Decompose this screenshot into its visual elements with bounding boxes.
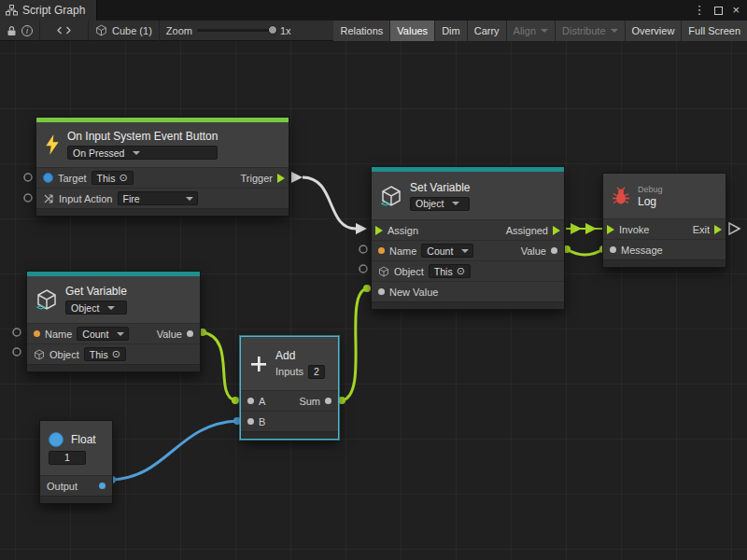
zoom-label: Zoom <box>166 25 192 36</box>
wire-endpoint <box>338 397 345 404</box>
exit-output-port[interactable] <box>714 225 722 234</box>
port-label-value: Value <box>157 329 182 340</box>
toolbar-button-carry[interactable]: Carry <box>468 21 507 41</box>
variable-name-dropdown[interactable]: Count <box>421 244 473 258</box>
connection-float-addB[interactable] <box>112 421 237 480</box>
event-mode-dropdown[interactable]: On Pressed <box>67 146 218 160</box>
lock-icon[interactable] <box>7 25 17 36</box>
wire-endpoint <box>363 285 371 292</box>
cube-icon <box>95 24 107 36</box>
chevron-down-icon <box>452 202 459 205</box>
menu-icon[interactable]: ⋮ <box>693 0 705 21</box>
context-target-label[interactable]: Cube (1) <box>112 25 152 36</box>
toolbar-button-values[interactable]: Values <box>390 21 435 41</box>
info-icon[interactable]: i <box>21 25 33 36</box>
toolbar-button-relations[interactable]: Relations <box>333 21 390 41</box>
bug-icon <box>612 187 630 205</box>
new-value-input-port[interactable] <box>378 288 385 295</box>
maximize-icon[interactable] <box>714 7 723 15</box>
node-footer <box>27 364 200 371</box>
node-add[interactable]: Add Inputs 2 A Sum <box>240 336 339 440</box>
message-input-port[interactable] <box>610 246 616 253</box>
connection-trigger-assign[interactable] <box>303 177 356 229</box>
trigger-output-port[interactable] <box>277 174 285 183</box>
variable-name-dropdown[interactable]: Count <box>77 327 129 341</box>
port-label-assigned: Assigned <box>506 225 548 236</box>
target-object-chip[interactable]: This⊙ <box>92 171 134 185</box>
a-input-port[interactable] <box>247 398 254 404</box>
unconnected-port[interactable] <box>24 194 32 202</box>
toolbar-button-distribute[interactable]: Distribute <box>556 21 625 41</box>
toolbar-button-fullscreen[interactable]: Full Screen <box>682 21 747 41</box>
node-float[interactable]: Float 1 Output <box>39 420 113 504</box>
connection-getvalue-addA[interactable] <box>203 332 235 400</box>
port-label-object: Object <box>394 266 424 277</box>
chevron-down-icon <box>133 151 140 155</box>
object-chip[interactable]: This⊙ <box>429 264 471 278</box>
flow-arrowhead <box>571 223 582 234</box>
port-label-b: B <box>259 416 265 427</box>
value-output-port[interactable] <box>187 330 193 337</box>
script-graph-icon <box>6 5 18 16</box>
sum-output-port[interactable] <box>325 398 331 404</box>
input-action-dropdown[interactable]: Fire <box>118 191 198 205</box>
invoke-input-port[interactable] <box>607 225 614 234</box>
wire-endpoint <box>232 397 239 404</box>
close-icon[interactable]: × <box>732 0 740 21</box>
port-label-exit: Exit <box>693 224 710 235</box>
node-category: Debug <box>638 185 663 194</box>
object-cube-icon <box>378 266 389 277</box>
tab-script-graph[interactable]: Script Graph <box>0 0 97 21</box>
node-title: On Input System Event Button <box>67 130 218 143</box>
connection-value-message[interactable] <box>567 249 603 255</box>
assigned-output-port[interactable] <box>553 226 560 235</box>
object-picker-icon: ⊙ <box>457 265 465 277</box>
port-label-new-value: New Value <box>389 287 438 298</box>
node-set-variable[interactable]: <> Set Variable Object Assign Assigned <box>371 166 565 310</box>
value-output-port[interactable] <box>551 247 557 254</box>
flow-arrowhead <box>291 172 303 183</box>
inputs-count-field[interactable]: 2 <box>308 365 325 379</box>
variable-kind-dropdown[interactable]: Object <box>65 301 127 315</box>
node-debug-log[interactable]: Debug Log Invoke Exit Message <box>602 173 726 268</box>
toolbar-button-align[interactable]: Align <box>507 21 556 41</box>
port-label-name: Name <box>45 329 72 340</box>
node-on-input-system-event-button[interactable]: On Input System Event Button On Pressed … <box>35 117 289 217</box>
node-get-variable[interactable]: <> Get Variable Object Name Count <box>26 271 201 372</box>
edit-source-icon[interactable] <box>57 26 71 35</box>
node-footer <box>372 301 564 309</box>
float-value-field[interactable]: 1 <box>49 451 86 465</box>
node-footer <box>36 208 289 216</box>
chevron-down-icon <box>461 249 469 253</box>
unconnected-port[interactable] <box>13 329 21 336</box>
assign-input-port[interactable] <box>375 226 383 235</box>
port-label-a: A <box>259 396 265 407</box>
name-input-port[interactable] <box>378 247 385 254</box>
zoom-slider-handle[interactable] <box>268 25 277 35</box>
port-label-message: Message <box>621 245 663 256</box>
toolbar-button-dim[interactable]: Dim <box>435 21 468 41</box>
b-input-port[interactable] <box>247 418 254 425</box>
zoom-slider[interactable] <box>197 29 275 32</box>
zoom-value: 1x <box>280 25 291 36</box>
node-footer <box>241 431 338 439</box>
unconnected-port[interactable] <box>359 245 367 253</box>
connection-sum-newvalue[interactable] <box>342 288 367 400</box>
script-graph-window: Script Graph ⋮ × i Cube (1) <box>0 0 747 560</box>
object-picker-icon: ⊙ <box>119 172 127 184</box>
output-port[interactable] <box>99 483 106 489</box>
node-title: Get Variable <box>65 285 127 298</box>
node-footer <box>603 259 726 267</box>
graph-canvas[interactable]: On Input System Event Button On Pressed … <box>0 41 747 560</box>
object-cube-icon <box>34 349 45 360</box>
variable-kind-dropdown[interactable]: Object <box>410 197 470 211</box>
unconnected-port[interactable] <box>24 174 32 181</box>
unconnected-port[interactable] <box>359 265 367 273</box>
name-input-port[interactable] <box>34 330 40 337</box>
port-label-input-action: Input Action <box>59 193 113 204</box>
object-picker-icon: ⊙ <box>112 348 120 360</box>
toolbar-button-overview[interactable]: Overview <box>626 21 683 41</box>
object-chip[interactable]: This⊙ <box>84 347 126 361</box>
unconnected-port[interactable] <box>13 348 21 356</box>
exit-flow-arrow[interactable] <box>729 223 740 234</box>
